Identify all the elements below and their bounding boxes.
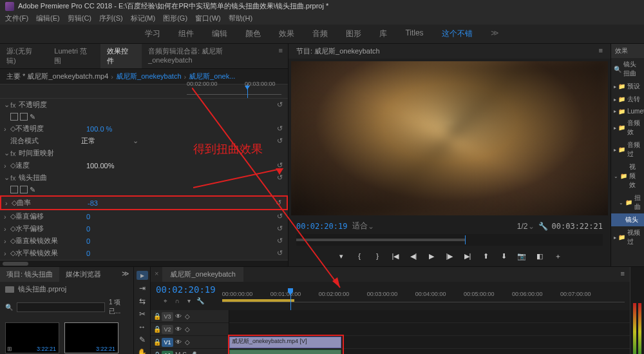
track-v1[interactable]: V1 — [162, 338, 173, 347]
tab-program[interactable]: 节目: 威尼斯_onekeybatch — [289, 44, 388, 59]
program-monitor[interactable] — [291, 61, 608, 215]
ec-h-scrollbar[interactable] — [0, 260, 288, 266]
timeline-tc[interactable]: 00:02:20:19 — [156, 284, 216, 295]
ws-color[interactable]: 颜色 — [245, 28, 261, 39]
fx-video-tr[interactable]: 视频过 — [627, 228, 641, 246]
track-v3[interactable]: V3 — [162, 312, 173, 321]
speed-value[interactable]: 100.00% — [86, 162, 138, 170]
wrench-icon[interactable]: 🔧 — [538, 222, 548, 231]
menu-clip[interactable]: 剪辑(C) — [68, 14, 91, 23]
mask-ellipse-icon[interactable] — [10, 186, 18, 193]
extract-icon[interactable]: ⬇ — [498, 251, 509, 261]
menu-help[interactable]: 帮助(H) — [229, 14, 252, 23]
program-scrubber[interactable] — [296, 234, 603, 246]
ec-playhead-marker-icon[interactable] — [245, 86, 250, 90]
keyframe-toggle-icon[interactable]: ◇ — [12, 199, 17, 207]
ec-mini-timeline[interactable]: 00:02:00:00 00:03:00:00 — [0, 84, 288, 99]
tab-media-browser[interactable]: 媒体浏览器 — [59, 267, 108, 282]
reset-icon[interactable]: ↺ — [275, 173, 284, 182]
tab-project[interactable]: 项目: 镜头扭曲 — [0, 267, 59, 282]
fx-audio-tr[interactable]: 音频过 — [627, 141, 641, 159]
opacity-group[interactable]: 不透明度 — [19, 100, 90, 110]
selection-tool-icon[interactable]: ▸ — [137, 271, 148, 280]
curvature-value[interactable]: -83 — [88, 199, 139, 207]
ws-assembly[interactable]: 组件 — [178, 28, 194, 39]
add-marker-icon[interactable]: ▾ — [336, 251, 346, 261]
fx-preset[interactable]: 预设 — [627, 82, 640, 91]
ec-clip-link[interactable]: 威尼斯_onekeybatch — [116, 72, 182, 81]
menu-file[interactable]: 文件(F) — [5, 14, 28, 23]
tab-audio-mixer[interactable]: 音频剪辑混合器: 威尼斯_onekeybatch — [142, 44, 274, 68]
fx-item[interactable]: 去转 — [627, 95, 640, 104]
tab-effects-panel[interactable]: 效果 — [611, 44, 644, 58]
menu-sequence[interactable]: 序列(S) — [99, 14, 123, 23]
effects-search[interactable]: 镜头扭曲 — [623, 60, 641, 78]
search-icon[interactable]: 🔍 — [5, 304, 13, 311]
mask-pen-icon[interactable]: ✎ — [30, 113, 35, 121]
ws-library[interactable]: 库 — [379, 28, 387, 39]
project-search-input[interactable] — [17, 302, 105, 312]
tab-effect-controls[interactable]: 效果控件 — [100, 44, 142, 68]
timeline-ruler[interactable]: 00:00:00:00 00:01:00:00 00:02:00:00 00:0… — [222, 290, 625, 302]
panel-menu-icon[interactable]: ≡ — [274, 44, 288, 68]
mask-rect-icon[interactable] — [20, 186, 28, 193]
fx-lumetri[interactable]: Lumetri — [627, 108, 644, 115]
slip-tool-icon[interactable]: ↔ — [137, 322, 148, 331]
ws-edit[interactable]: 编辑 — [212, 28, 227, 39]
mark-in-icon[interactable]: { — [354, 251, 365, 261]
hprism-value[interactable]: 0 — [86, 250, 138, 257]
keyframe-toggle-icon[interactable]: ◇ — [10, 161, 15, 170]
menu-marker[interactable]: 标记(M) — [131, 14, 156, 23]
hfocal-value[interactable]: 0 — [86, 225, 138, 233]
ws-learn[interactable]: 学习 — [145, 28, 160, 39]
program-current-tc[interactable]: 00:02:20:19 — [296, 222, 347, 231]
mic-icon[interactable]: 🎤 — [189, 351, 196, 354]
button-editor-icon[interactable]: ＋ — [553, 251, 563, 261]
tab-lumetri-scopes[interactable]: Lumetri 范围 — [48, 44, 100, 68]
menu-window[interactable]: 窗口(W) — [195, 14, 221, 23]
menu-edit[interactable]: 编辑(E) — [36, 14, 60, 23]
settings-icon[interactable]: 🔧 — [196, 297, 205, 305]
ws-overflow-icon[interactable]: ≫ — [491, 28, 499, 39]
panel-overflow-icon[interactable]: ≫ — [118, 267, 133, 282]
reset-icon[interactable]: ↺ — [274, 199, 283, 207]
track-content[interactable]: 威尼斯_onekeybatch.mp4 [V] — [229, 310, 630, 354]
mask-rect-icon[interactable] — [20, 113, 28, 121]
ws-custom-active[interactable]: 这个不错 — [442, 28, 473, 39]
reset-icon[interactable]: ↺ — [275, 101, 284, 109]
opacity-value[interactable]: 100.0 % — [86, 125, 138, 133]
ws-effects[interactable]: 效果 — [279, 28, 294, 39]
vprism-value[interactable]: 0 — [86, 237, 138, 245]
blend-mode-select[interactable]: 正常 — [81, 136, 133, 146]
tab-source[interactable]: 源:(无剪辑) — [0, 44, 48, 68]
step-fwd-icon[interactable]: |▶ — [444, 251, 455, 261]
ws-audio[interactable]: 音频 — [312, 28, 328, 39]
lift-icon[interactable]: ⬆ — [480, 251, 491, 261]
reset-icon[interactable]: ↺ — [275, 137, 284, 145]
time-remap-group[interactable]: 时间重映射 — [19, 148, 90, 158]
snap-icon[interactable]: ⌖ — [161, 297, 170, 305]
project-clip-selected[interactable]: 3:22:21 威尼斯_onekey... — [64, 322, 118, 354]
pen-tool-icon[interactable]: ✎ — [137, 335, 148, 344]
track-v2[interactable]: V2 — [162, 325, 173, 334]
fx-audio-fx[interactable]: 音频效 — [627, 119, 641, 137]
program-scale-select[interactable]: 1/2 — [517, 222, 528, 231]
marker-icon[interactable]: ▾ — [184, 297, 193, 305]
keyframe-toggle-icon[interactable]: ◇ — [10, 124, 15, 133]
track-a1[interactable]: A1 — [162, 351, 173, 355]
hand-tool-icon[interactable]: ✋ — [137, 348, 148, 354]
step-back-icon[interactable]: ◀| — [408, 251, 419, 261]
reset-icon[interactable]: ↺ — [275, 124, 284, 133]
fx-distort[interactable]: 扭曲 — [634, 193, 641, 211]
goto-in-icon[interactable]: |◀ — [390, 251, 401, 261]
menu-graphics[interactable]: 图形(G) — [163, 14, 187, 23]
project-clip[interactable]: ⊞3:22:21 威尼斯_onekey... — [5, 322, 59, 354]
vfocal-value[interactable]: 0 — [86, 213, 138, 221]
play-icon[interactable]: ▶ — [426, 251, 437, 261]
mark-out-icon[interactable]: } — [372, 251, 383, 261]
mask-ellipse-icon[interactable] — [10, 113, 18, 121]
track-select-tool-icon[interactable]: ⇥ — [137, 284, 148, 293]
goto-out-icon[interactable]: ▶| — [462, 251, 473, 261]
fx-video-fx[interactable]: 视频效 — [629, 162, 641, 190]
compare-icon[interactable]: ◧ — [535, 251, 545, 261]
